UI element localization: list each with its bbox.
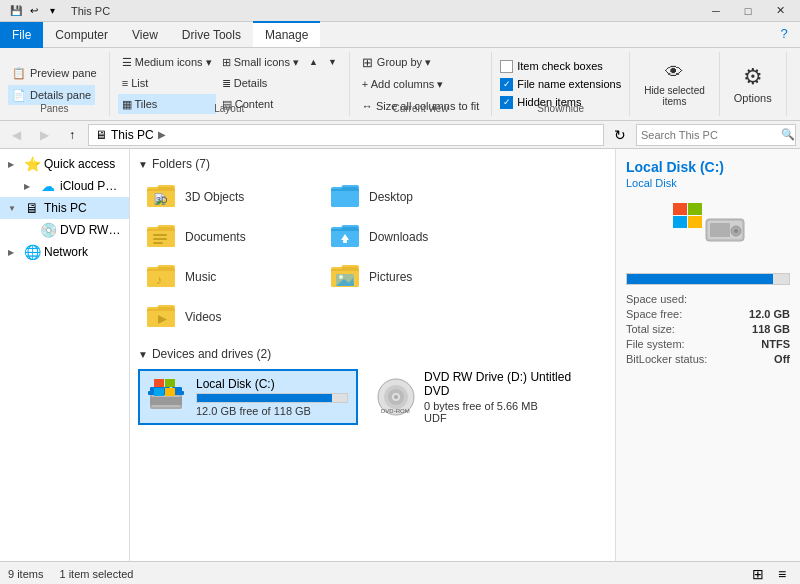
search-input[interactable] bbox=[641, 129, 779, 141]
refresh-button[interactable]: ↻ bbox=[608, 124, 632, 146]
layout-label: Layout bbox=[110, 103, 349, 114]
group-by-button[interactable]: ⊞ Group by ▾ bbox=[358, 52, 435, 72]
tile-view-button[interactable]: ⊞ bbox=[748, 564, 768, 584]
svg-rect-37 bbox=[688, 216, 702, 228]
svg-rect-36 bbox=[673, 216, 687, 228]
detail-row-bitlocker: BitLocker status: Off bbox=[626, 353, 790, 365]
tab-file[interactable]: File bbox=[0, 22, 43, 48]
sidebar-item-icloud[interactable]: ▶ ☁ iCloud Photos bbox=[16, 175, 129, 197]
layout-scroll-up[interactable]: ▲ bbox=[305, 52, 322, 72]
folders-collapse-arrow[interactable]: ▼ bbox=[138, 159, 148, 170]
ribbon-group-options2: ⚙ Options bbox=[720, 52, 787, 116]
sidebar-label-this-pc: This PC bbox=[44, 201, 121, 215]
breadcrumb-arrow: ▶ bbox=[158, 129, 166, 140]
folder-icon-documents bbox=[145, 221, 177, 253]
svg-rect-27 bbox=[165, 388, 175, 396]
breadcrumb[interactable]: 🖥 This PC ▶ bbox=[88, 124, 604, 146]
quick-save-icon[interactable]: 💾 bbox=[8, 3, 24, 19]
folder-icon-music: ♪ bbox=[145, 261, 177, 293]
hide-selected-button[interactable]: 👁 Hide selecteditems bbox=[638, 60, 711, 108]
space-used-label: Space used: bbox=[626, 293, 687, 305]
expand-icon-network: ▶ bbox=[8, 248, 18, 257]
folder-item-3d-objects[interactable]: 3D 3D Objects bbox=[138, 179, 318, 215]
add-columns-button[interactable]: + Add columns ▾ bbox=[358, 74, 448, 94]
folder-item-downloads[interactable]: Downloads bbox=[322, 219, 502, 255]
minimize-button[interactable]: ─ bbox=[700, 0, 732, 22]
item-check-boxes-cb[interactable] bbox=[500, 60, 513, 73]
devices-section: ▼ Devices and drives (2) bbox=[138, 347, 607, 425]
tab-view[interactable]: View bbox=[120, 22, 170, 48]
item-check-boxes-row: Item check boxes bbox=[500, 59, 603, 74]
tab-computer[interactable]: Computer bbox=[43, 22, 120, 48]
tab-drive-tools[interactable]: Drive Tools bbox=[170, 22, 253, 48]
svg-rect-34 bbox=[673, 203, 687, 215]
sidebar-item-this-pc[interactable]: ▼ 🖥 This PC bbox=[0, 197, 129, 219]
local-disk-info: Local Disk (C:) 12.0 GB free of 118 GB bbox=[196, 377, 348, 417]
current-view-label: Current view bbox=[350, 103, 491, 114]
device-item-dvd[interactable]: DVD-ROM DVD RW Drive (D:) Untitled DVD 0… bbox=[366, 369, 586, 425]
back-button[interactable]: ◀ bbox=[4, 124, 28, 146]
space-free-label: Space free: bbox=[626, 308, 682, 320]
sidebar-item-network[interactable]: ▶ 🌐 Network bbox=[0, 241, 129, 263]
search-box: 🔍 bbox=[636, 124, 796, 146]
folder-item-desktop[interactable]: Desktop bbox=[322, 179, 502, 215]
item-count: 9 items bbox=[8, 568, 43, 580]
folder-icon-3d: 3D bbox=[145, 181, 177, 213]
forward-button[interactable]: ▶ bbox=[32, 124, 56, 146]
detail-progress-fill bbox=[627, 274, 773, 284]
svg-rect-5 bbox=[153, 238, 167, 240]
file-name-ext-cb[interactable]: ✓ bbox=[500, 78, 513, 91]
details-button[interactable]: ≣ Details bbox=[218, 73, 303, 93]
options-button[interactable]: ⚙ Options bbox=[728, 54, 778, 114]
filesystem-value: NTFS bbox=[761, 338, 790, 350]
this-pc-icon: 🖥 bbox=[24, 200, 40, 216]
small-icons-button[interactable]: ⊞ Small icons ▾ bbox=[218, 52, 303, 72]
show-hide-label: Show/hide bbox=[492, 103, 629, 114]
folder-name-pictures: Pictures bbox=[369, 270, 412, 284]
sidebar-item-quick-access[interactable]: ▶ ⭐ Quick access bbox=[0, 153, 129, 175]
title-bar: 💾 ↩ ▾ This PC ─ □ ✕ bbox=[0, 0, 800, 22]
bitlocker-value: Off bbox=[774, 353, 790, 365]
tab-manage[interactable]: Manage bbox=[253, 21, 320, 47]
folder-name-downloads: Downloads bbox=[369, 230, 428, 244]
local-disk-name: Local Disk (C:) bbox=[196, 377, 348, 391]
expand-icon-icloud: ▶ bbox=[24, 182, 34, 191]
folder-item-documents[interactable]: Documents bbox=[138, 219, 318, 255]
detail-view-button[interactable]: ≡ bbox=[772, 564, 792, 584]
sidebar-label-quick-access: Quick access bbox=[44, 157, 121, 171]
svg-rect-4 bbox=[153, 234, 167, 236]
medium-icons-button[interactable]: ☰ Medium icons ▾ bbox=[118, 52, 216, 72]
sidebar-item-dvd[interactable]: ▶ 💿 DVD RW Drive (D:) bbox=[16, 219, 129, 241]
ribbon-group-show-hide: Item check boxes ✓ File name extensions … bbox=[492, 52, 630, 116]
dvd-drive-device-icon: DVD-ROM bbox=[376, 377, 416, 417]
ribbon-group-layout: ☰ Medium icons ▾ ≡ List ▦ Tiles ⊞ Small … bbox=[110, 52, 350, 116]
close-button[interactable]: ✕ bbox=[764, 0, 796, 22]
preview-pane-button[interactable]: 📋 Preview pane bbox=[8, 63, 101, 83]
icloud-icon: ☁ bbox=[40, 178, 56, 194]
svg-point-42 bbox=[734, 229, 738, 233]
up-button[interactable]: ↑ bbox=[60, 124, 84, 146]
list-button[interactable]: ≡ List bbox=[118, 73, 216, 93]
layout-scroll-down[interactable]: ▼ bbox=[324, 52, 341, 72]
folder-item-pictures[interactable]: Pictures bbox=[322, 259, 502, 295]
folders-grid: 3D 3D Objects Desktop bbox=[138, 179, 607, 335]
undo-icon[interactable]: ↩ bbox=[26, 3, 42, 19]
main-layout: ▶ ⭐ Quick access ▶ ☁ iCloud Photos ▼ 🖥 T… bbox=[0, 149, 800, 561]
local-disk-progress-fill bbox=[197, 394, 332, 402]
total-size-value: 118 GB bbox=[752, 323, 790, 335]
folder-item-videos[interactable]: Videos bbox=[138, 299, 318, 335]
maximize-button[interactable]: □ bbox=[732, 0, 764, 22]
ribbon-group-panes: 📋 Preview pane 📄 Details pane Panes bbox=[0, 52, 110, 116]
sidebar: ▶ ⭐ Quick access ▶ ☁ iCloud Photos ▼ 🖥 T… bbox=[0, 149, 130, 561]
dvd-filesystem: UDF bbox=[424, 412, 576, 424]
quick-dropdown-icon[interactable]: ▾ bbox=[44, 3, 60, 19]
devices-collapse-arrow[interactable]: ▼ bbox=[138, 349, 148, 360]
folder-icon-downloads bbox=[329, 221, 361, 253]
help-button[interactable]: ? bbox=[768, 22, 800, 44]
sidebar-label-icloud: iCloud Photos bbox=[60, 179, 121, 193]
device-item-local-disk[interactable]: Local Disk (C:) 12.0 GB free of 118 GB bbox=[138, 369, 358, 425]
local-disk-progress-bar bbox=[196, 393, 348, 403]
item-check-boxes-label: Item check boxes bbox=[517, 60, 603, 72]
details-pane-button[interactable]: 📄 Details pane bbox=[8, 85, 95, 105]
folder-item-music[interactable]: ♪ Music bbox=[138, 259, 318, 295]
